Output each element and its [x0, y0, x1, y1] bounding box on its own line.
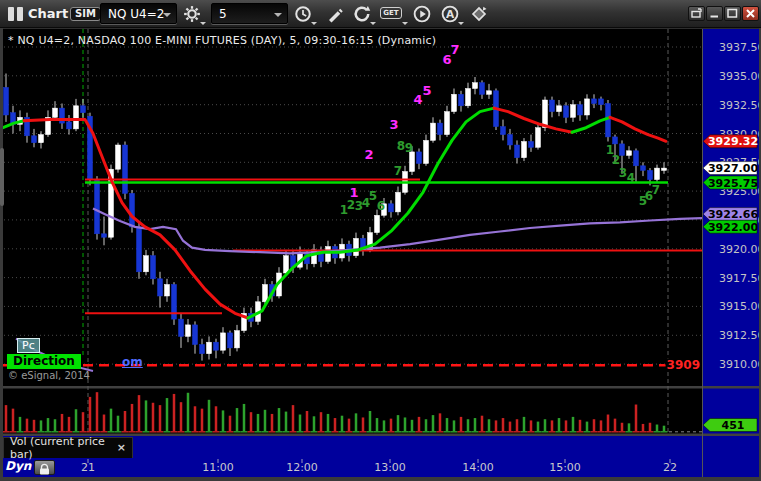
- volume-bar: [75, 409, 78, 431]
- interval-combobox[interactable]: 5: [211, 3, 288, 24]
- price-axis-label: 3920.00: [719, 243, 761, 256]
- volume-bar: [446, 418, 449, 431]
- candle-body: [389, 204, 394, 212]
- volume-bar: [383, 420, 386, 431]
- maximize-button[interactable]: [724, 6, 741, 21]
- chart-window: 1234567123456789123456739093937.503935.0…: [0, 0, 761, 481]
- volume-bar: [432, 415, 435, 431]
- chart-window-icon: [8, 7, 24, 21]
- gear-icon: [182, 4, 202, 24]
- volume-bar: [54, 419, 57, 431]
- price-badge: 3922.00: [703, 220, 758, 234]
- volume-bar: [257, 414, 260, 431]
- title-bar[interactable]: Chart SIM NQ U4=2 5: [0, 0, 761, 28]
- symbol-combobox[interactable]: NQ U4=2: [100, 3, 177, 24]
- volume-bar: [61, 414, 64, 431]
- bar-count-number: 7: [394, 164, 402, 178]
- dock-window-button[interactable]: [688, 6, 705, 21]
- volume-bar: [663, 426, 666, 431]
- volume-bar: [89, 397, 92, 431]
- close-button[interactable]: [742, 6, 759, 21]
- chart-canvas[interactable]: 1234567123456789123456739093937.503935.0…: [0, 0, 761, 481]
- wave-count-number: 4: [413, 92, 422, 107]
- reload-button[interactable]: [352, 4, 374, 24]
- volume-bar: [628, 423, 631, 431]
- pencil-icon: [324, 4, 344, 24]
- volume-bar: [348, 419, 351, 431]
- candle-body: [648, 170, 653, 179]
- lock-button[interactable]: [34, 460, 55, 475]
- level-3909-label: 3909: [667, 358, 700, 372]
- candle-body: [550, 100, 555, 112]
- volume-bar: [180, 402, 183, 431]
- pane-divider[interactable]: [3, 434, 759, 437]
- candle-body: [67, 122, 72, 129]
- symbol-settings-button[interactable]: [182, 4, 204, 24]
- interval-value: 5: [219, 7, 227, 21]
- candle-body: [81, 106, 86, 113]
- volume-bar: [229, 416, 232, 431]
- volume-bar: [124, 411, 127, 431]
- candle-body: [186, 325, 191, 337]
- candle-body: [452, 94, 457, 111]
- volume-bar: [537, 422, 540, 431]
- chevron-down-icon[interactable]: [274, 13, 282, 17]
- window-bottom-border: [0, 477, 761, 481]
- splitter-handle[interactable]: [0, 148, 4, 206]
- candle-body: [102, 234, 107, 237]
- volume-bar: [418, 417, 421, 431]
- volume-bar: [509, 422, 512, 431]
- candle-body: [466, 89, 471, 106]
- volume-bar: [551, 420, 554, 431]
- svg-text:A: A: [446, 8, 455, 21]
- volume-bar: [145, 400, 148, 431]
- candle-body: [557, 106, 562, 112]
- get-data-button[interactable]: GET: [380, 4, 406, 24]
- minimize-button[interactable]: [706, 6, 723, 21]
- tab-close-icon[interactable]: ×: [117, 443, 126, 453]
- price-axis-label: 3937.50: [719, 41, 761, 54]
- dyn-label: Dyn: [5, 459, 31, 473]
- volume-bar: [614, 419, 617, 431]
- candle-body: [326, 247, 331, 262]
- tab-vol-current-price-bar[interactable]: Vol (current price bar) ×: [3, 437, 133, 458]
- volume-bar: [572, 417, 575, 431]
- time-template-button[interactable]: [293, 4, 315, 24]
- play-button[interactable]: [412, 4, 434, 24]
- candle-body: [592, 99, 597, 104]
- candle-body: [431, 123, 436, 140]
- draw-tool-button[interactable]: [324, 4, 346, 24]
- volume-bar: [285, 412, 288, 431]
- volume-bar: [474, 418, 477, 431]
- candle-body: [221, 333, 226, 350]
- volume-bar: [579, 420, 582, 431]
- volume-pane[interactable]: [3, 388, 703, 434]
- volume-bar: [278, 408, 281, 431]
- candle-body: [585, 99, 590, 115]
- volume-bar: [635, 405, 638, 431]
- volume-bar: [411, 420, 414, 431]
- pane-divider[interactable]: [3, 386, 759, 389]
- price-axis-label: 3935.00: [719, 70, 761, 83]
- volume-bar: [558, 418, 561, 431]
- candle-body: [529, 142, 534, 148]
- candle-body: [417, 152, 422, 164]
- auto-trade-button[interactable]: A: [440, 4, 462, 24]
- volume-bar: [306, 411, 309, 431]
- compare-diamond-icon: [469, 4, 489, 24]
- volume-bar: [481, 416, 484, 431]
- watermark-link-fragment[interactable]: om: [122, 355, 143, 369]
- time-axis-label: 13:00: [374, 461, 406, 474]
- bar-count-number: 6: [377, 199, 385, 213]
- volume-bar: [159, 405, 162, 431]
- compare-symbol-button[interactable]: [469, 4, 491, 24]
- chevron-down-icon[interactable]: [163, 13, 171, 17]
- volume-bar: [600, 420, 603, 431]
- candle-body: [445, 112, 450, 135]
- volume-bar: [47, 418, 50, 431]
- lock-icon: [35, 463, 54, 476]
- price-axis-label: 3932.50: [719, 99, 761, 112]
- chevron-down-icon: [311, 22, 317, 25]
- volume-bar: [82, 412, 85, 431]
- volume-bar: [369, 411, 372, 431]
